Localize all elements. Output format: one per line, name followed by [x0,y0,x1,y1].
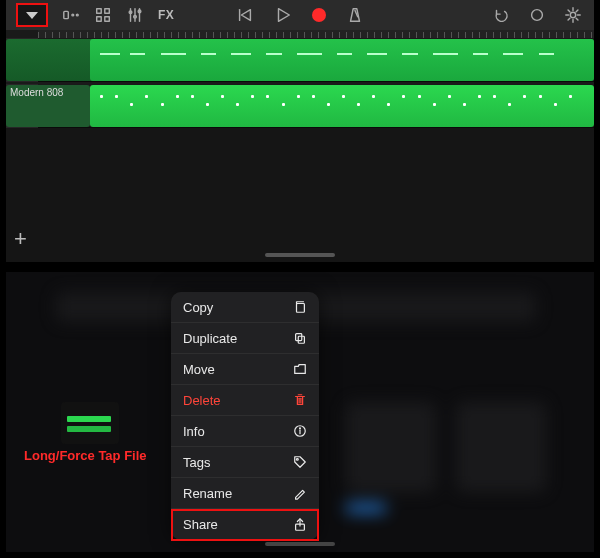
chevron-down-icon [26,12,38,19]
svg-rect-0 [64,11,69,18]
region-2-name: Modern 808 [6,85,90,100]
menu-item-duplicate[interactable]: Duplicate [171,323,319,354]
menu-item-copy[interactable]: Copy [171,292,319,323]
menu-label: Tags [183,455,210,470]
menu-label: Duplicate [183,331,237,346]
menu-item-share[interactable]: Share [171,509,319,540]
menu-item-move[interactable]: Move [171,354,319,385]
empty-tracks-area[interactable] [6,128,594,262]
svg-point-24 [300,428,301,429]
home-indicator [265,253,335,257]
svg-point-25 [297,459,299,461]
home-indicator [265,542,335,546]
menu-item-rename[interactable]: Rename [171,478,319,509]
midi-region-1[interactable] [90,39,594,81]
record-icon[interactable] [312,8,326,22]
track-view-icon[interactable] [62,6,80,24]
menu-item-info[interactable]: Info [171,416,319,447]
svg-rect-5 [97,17,102,22]
drum-region-2[interactable] [90,85,594,127]
menu-label: Move [183,362,215,377]
tag-icon [293,455,307,469]
duplicate-icon [293,331,307,345]
menu-label: Share [183,517,218,532]
settings-icon[interactable] [564,6,582,24]
file-context-menu: Copy Duplicate Move Delete Info Tags [171,292,319,540]
loop-icon[interactable] [528,6,546,24]
folder-icon [293,362,307,376]
play-icon[interactable] [274,6,292,24]
trash-icon [293,393,307,407]
project-file-thumbnail[interactable] [61,402,119,444]
undo-icon[interactable] [492,6,510,24]
fx-button[interactable]: FX [158,8,174,22]
svg-rect-4 [105,9,110,14]
pencil-icon [293,486,307,500]
metronome-icon[interactable] [346,6,364,24]
svg-rect-6 [105,17,110,22]
grid-view-icon[interactable] [94,6,112,24]
main-toolbar: FX [6,0,594,30]
add-track-button[interactable]: + [14,226,27,252]
svg-point-1 [72,14,74,16]
svg-point-16 [570,12,575,17]
svg-rect-3 [97,9,102,14]
rewind-icon[interactable] [236,6,254,24]
mixer-icon[interactable] [126,6,144,24]
files-context-menu-panel: Long/Force Tap File Copy Duplicate Move … [6,272,594,552]
share-icon [293,518,307,532]
menu-label: Info [183,424,205,439]
info-icon [293,424,307,438]
menu-label: Delete [183,393,221,408]
svg-point-2 [76,14,78,16]
copy-icon [293,300,307,314]
svg-rect-17 [297,304,305,313]
svg-point-15 [532,10,543,21]
menu-label: Rename [183,486,232,501]
midi-region-1-bg [6,39,594,81]
menu-label: Copy [183,300,213,315]
garageband-editor-panel: FX My Songs [6,0,594,262]
annotation-text: Long/Force Tap File [24,448,147,463]
browser-dropdown-button[interactable] [16,3,48,27]
menu-item-delete[interactable]: Delete [171,385,319,416]
menu-item-tags[interactable]: Tags [171,447,319,478]
region-2-header[interactable]: Modern 808 [6,85,90,127]
